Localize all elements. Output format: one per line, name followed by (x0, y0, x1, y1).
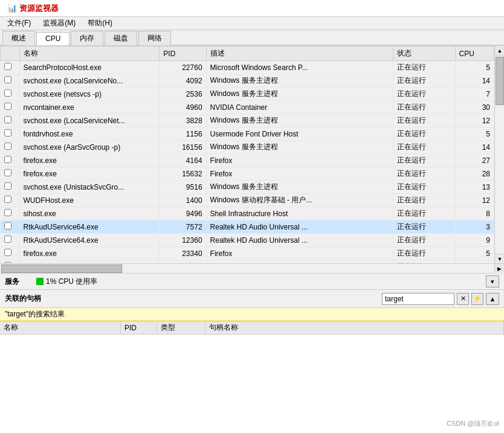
right-scrollbar[interactable]: ▲ ▼ (494, 46, 504, 263)
row-cpu: 8 (455, 207, 494, 220)
row-checkbox[interactable] (1, 61, 20, 74)
row-checkbox[interactable] (1, 194, 20, 207)
row-checkbox[interactable] (1, 247, 20, 260)
row-name: fontdrvhost.exe (19, 127, 160, 141)
tab-disk[interactable]: 磁盘 (105, 31, 137, 45)
row-checkbox[interactable] (1, 114, 20, 127)
col-header-cpu[interactable]: CPU (455, 47, 494, 61)
search-input[interactable] (382, 293, 454, 305)
scroll-down-button[interactable]: ▼ (495, 254, 504, 263)
table-row[interactable]: svchost.exe (LocalServiceNo... 4092 Wind… (1, 74, 494, 88)
handles-col-type[interactable]: 类型 (157, 321, 205, 334)
search-results-bar: "target"的搜索结果 (0, 308, 504, 321)
scroll-thumb[interactable] (496, 57, 504, 105)
table-row[interactable]: firefox.exe 23340 Firefox 正在运行 5 (1, 247, 494, 260)
row-description: Windows 驱动程序基础 - 用户... (206, 194, 393, 207)
row-pid: 12360 (160, 234, 206, 247)
horizontal-scroll-thumb[interactable] (1, 265, 122, 273)
services-section: 服务 1% CPU 使用率 ▾ (0, 273, 504, 290)
title-bar-text: 资源监视器 (19, 3, 59, 14)
row-description: Windows 服务主进程 (206, 88, 393, 101)
col-header-description[interactable]: 描述 (206, 47, 393, 61)
table-row[interactable]: RtkAudUService64.exe 7572 Realtek HD Aud… (1, 220, 494, 234)
row-pid: 16156 (160, 141, 206, 154)
row-checkbox[interactable] (1, 74, 20, 88)
col-header-name[interactable]: 名称 (19, 47, 160, 61)
handles-col-name[interactable]: 名称 (0, 321, 121, 334)
menu-help[interactable]: 帮助(H) (83, 17, 117, 30)
row-name: svchost.exe (LocalServiceNet... (19, 114, 160, 127)
row-name: svchost.exe (netsvcs -p) (19, 88, 160, 101)
row-description: Firefox (206, 167, 393, 181)
row-checkbox[interactable] (1, 154, 20, 167)
row-pid: 15632 (160, 167, 206, 181)
row-checkbox[interactable] (1, 220, 20, 234)
row-name: firefox.exe (19, 247, 160, 260)
table-row[interactable]: svchost.exe (UnistackSvcGro... 9516 Wind… (1, 181, 494, 194)
table-row[interactable]: sihost.exe 9496 Shell Infrastructure Hos… (1, 207, 494, 220)
scroll-track[interactable] (495, 56, 504, 263)
row-description: Windows 服务主进程 (206, 74, 393, 88)
row-checkbox[interactable] (1, 207, 20, 220)
services-expand-button[interactable]: ▾ (486, 275, 499, 287)
table-row[interactable]: RtkAudUService64.exe 12360 Realtek HD Au… (1, 234, 494, 247)
row-name: firefox.exe (19, 167, 160, 181)
table-row[interactable]: fontdrvhost.exe 1156 Usermode Font Drive… (1, 127, 494, 141)
table-row[interactable]: svchost.exe (netsvcs -p) 2536 Windows 服务… (1, 88, 494, 101)
row-cpu: 7 (455, 88, 494, 101)
main-content: 名称 PID 描述 状态 CPU SearchProtocolHost.exe … (0, 46, 504, 433)
row-status: 正在运行 (393, 234, 455, 247)
row-cpu: 14 (455, 141, 494, 154)
handles-expand-button[interactable]: ▲ (486, 293, 499, 305)
col-header-status[interactable]: 状态 (393, 47, 455, 61)
search-box: ✕ ⚡ ▲ (382, 293, 499, 305)
row-name: sihost.exe (19, 207, 160, 220)
process-table-scroll[interactable]: 名称 PID 描述 状态 CPU SearchProtocolHost.exe … (0, 46, 494, 263)
row-checkbox[interactable] (1, 181, 20, 194)
row-description: Usermode Font Driver Host (206, 127, 393, 141)
row-pid: 1400 (160, 194, 206, 207)
row-checkbox[interactable] (1, 234, 20, 247)
handles-col-handlename[interactable]: 句柄名称 (205, 321, 504, 334)
col-header-checkbox (1, 47, 20, 61)
row-status: 正在运行 (393, 141, 455, 154)
row-cpu: 5 (455, 127, 494, 141)
col-header-pid[interactable]: PID (160, 47, 206, 61)
scroll-up-button[interactable]: ▲ (495, 46, 504, 56)
row-status: 正在运行 (393, 220, 455, 234)
row-checkbox[interactable] (1, 127, 20, 141)
row-cpu: 13 (455, 181, 494, 194)
hscroll-right-btn[interactable]: ▶ (494, 264, 504, 274)
table-row[interactable]: svchost.exe (LocalServiceNet... 3828 Win… (1, 114, 494, 127)
table-row[interactable]: SearchProtocolHost.exe 22760 Microsoft W… (1, 61, 494, 74)
menu-monitor[interactable]: 监视器(M) (38, 17, 80, 30)
row-pid: 22760 (160, 61, 206, 74)
tab-memory[interactable]: 内存 (71, 31, 103, 45)
tab-bar: 概述 CPU 内存 磁盘 网络 (0, 30, 504, 46)
row-checkbox[interactable] (1, 88, 20, 101)
row-cpu: 28 (455, 167, 494, 181)
row-name: RtkAudUService64.exe (19, 234, 160, 247)
row-pid: 9516 (160, 181, 206, 194)
table-row[interactable]: nvcontainer.exe 4960 NVIDIA Container 正在… (1, 101, 494, 114)
row-name: SearchProtocolHost.exe (19, 61, 160, 74)
search-results-label: "target"的搜索结果 (5, 309, 65, 319)
row-description: Firefox (206, 247, 393, 260)
table-row[interactable]: WUDFHost.exe 1400 Windows 驱动程序基础 - 用户...… (1, 194, 494, 207)
table-row[interactable]: firefox.exe 15632 Firefox 正在运行 28 (1, 167, 494, 181)
table-row[interactable]: firefox.exe 4164 Firefox 正在运行 27 (1, 154, 494, 167)
tab-cpu[interactable]: CPU (36, 32, 69, 45)
menu-file[interactable]: 文件(F) (2, 17, 36, 30)
row-checkbox[interactable] (1, 167, 20, 181)
table-row[interactable]: svchost.exe (AarSvcGroup -p) 16156 Windo… (1, 141, 494, 154)
row-cpu: 3 (455, 220, 494, 234)
tab-overview[interactable]: 概述 (2, 31, 35, 45)
row-checkbox[interactable] (1, 101, 20, 114)
horizontal-scrollbar[interactable]: ▶ (0, 263, 504, 273)
search-go-button[interactable]: ⚡ (471, 293, 483, 305)
row-description: Windows 服务主进程 (206, 141, 393, 154)
row-checkbox[interactable] (1, 141, 20, 154)
handles-col-pid[interactable]: PID (121, 322, 157, 333)
search-clear-button[interactable]: ✕ (457, 293, 469, 305)
tab-network[interactable]: 网络 (138, 31, 171, 45)
